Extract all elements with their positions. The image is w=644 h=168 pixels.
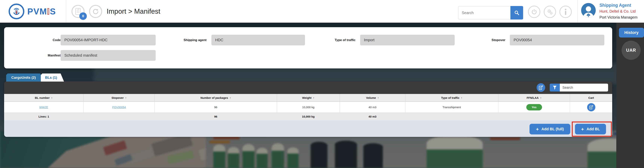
background-peninsula	[48, 132, 314, 168]
info-icon	[564, 9, 567, 15]
sort-arrow-icon: ↑	[230, 96, 231, 99]
anchor-wifi-icon	[12, 7, 21, 16]
documents-count-badge: 0	[79, 12, 87, 20]
sort-arrow-icon: ↑	[313, 96, 314, 99]
type-of-traffic-label: Type of traffic	[320, 35, 356, 45]
table-header-row: BL number↑ Stopover↑ Number of packages↑…	[4, 94, 612, 102]
add-bl-button[interactable]: + Add BL	[575, 124, 606, 134]
bls-table: BL number↑ Stopover↑ Number of packages↑…	[4, 94, 612, 120]
history-button[interactable]: History	[619, 28, 644, 38]
add-bl-full-button[interactable]: + Add BL (full)	[530, 124, 570, 134]
total-volume: 40 m3	[340, 113, 405, 120]
filter-button[interactable]	[550, 84, 560, 91]
table-search-input[interactable]	[560, 84, 608, 91]
col-bl-number[interactable]: BL number↑	[4, 94, 84, 102]
app-header: PVMIS 0 Import > Manifest	[0, 0, 644, 23]
shipping-agent-field[interactable]	[212, 35, 305, 45]
col-number-of-packages[interactable]: Number of packages↑	[154, 94, 277, 102]
user-info[interactable]: Shipping Agent Hunt, Deltel & Co. Ltd Po…	[600, 2, 644, 21]
refresh-icon	[92, 8, 99, 15]
lines-count: Lines: 1	[4, 113, 84, 120]
sort-arrow-icon: ↑	[378, 96, 379, 99]
code-label: Code	[26, 35, 60, 45]
bls-table-card: BL number↑ Stopover↑ Number of packages↑…	[4, 81, 612, 137]
power-icon	[531, 9, 537, 15]
user-role: Shipping Agent	[600, 2, 644, 8]
header-divider-1	[66, 0, 66, 23]
ffn-laa-badge: Yes	[526, 104, 542, 110]
shipping-agent-label: Shipping agent	[172, 35, 206, 45]
page-title: Import > Manifest	[107, 0, 160, 23]
global-search-button[interactable]	[510, 6, 523, 20]
document-plus-icon	[539, 85, 543, 90]
packages-cell: 96	[154, 102, 277, 113]
total-packages: 96	[154, 113, 277, 120]
stopover-field[interactable]	[510, 35, 604, 45]
refresh-button[interactable]	[89, 5, 102, 18]
pvmis-logo[interactable]	[8, 4, 24, 19]
table-actions-bar	[4, 120, 612, 137]
table-footer-row: Lines: 1 96 10,000 kg 40 m3	[4, 113, 612, 120]
weight-cell: 10,000 kg	[277, 102, 340, 113]
user-organization: Port Victoria Managem	[600, 14, 644, 20]
table-toolbar	[4, 81, 612, 94]
manifest-field[interactable]	[60, 50, 156, 61]
uar-avatar-button[interactable]: UAR	[622, 41, 641, 60]
add-to-cart-button[interactable]	[587, 103, 595, 111]
plus-icon: +	[536, 127, 539, 131]
global-search	[458, 6, 523, 20]
logo-wordmark: PVMIS	[27, 6, 56, 17]
screen: PVMIS 0 Import > Manifest	[0, 0, 644, 168]
col-cart: Cart	[570, 94, 612, 102]
stopover-label: Stopover	[470, 35, 505, 45]
col-ffn-laa[interactable]: FFN/LAA↑	[498, 94, 570, 102]
sort-arrow-icon: ↑	[125, 96, 127, 99]
sort-arrow-icon: ↑	[540, 96, 542, 99]
tab-bls[interactable]: BLs (1)	[41, 74, 64, 82]
header-divider-2	[578, 0, 578, 23]
tab-cargounits[interactable]: CargoUnits (2)	[6, 74, 44, 82]
col-type-of-traffic[interactable]: Type of traffic↑	[405, 94, 498, 102]
total-weight: 10,000 kg	[277, 113, 340, 120]
table-row: WWZE POV00054 96 10,000 kg 40 m3 Transsh…	[4, 102, 612, 113]
table-filter-search	[550, 84, 608, 91]
code-field[interactable]	[60, 35, 156, 45]
document-plus-icon	[589, 105, 593, 109]
bl-number-link[interactable]: WWZE	[39, 106, 48, 109]
sort-arrow-icon: ↑	[461, 96, 462, 99]
manifest-form-card: Code Shipping agent Type of traffic Stop…	[4, 27, 612, 68]
businessman-icon	[581, 4, 596, 18]
type-of-traffic-field[interactable]	[360, 35, 455, 45]
sort-arrow-icon: ↑	[51, 96, 52, 99]
search-icon	[514, 10, 520, 15]
logout-button[interactable]	[528, 6, 540, 18]
col-stopover[interactable]: Stopover↑	[84, 94, 154, 102]
plus-icon: +	[581, 127, 584, 131]
stopover-link[interactable]: POV00054	[112, 106, 126, 109]
col-weight[interactable]: Weight↑	[277, 94, 340, 102]
manifest-label: Manifest	[26, 50, 60, 61]
volume-cell: 40 m3	[340, 102, 405, 113]
filter-funnel-icon	[552, 85, 557, 90]
traffic-cell: Transshipment	[405, 102, 498, 113]
user-avatar[interactable]	[581, 3, 596, 18]
info-button[interactable]	[560, 6, 572, 18]
col-volume[interactable]: Volume↑	[340, 94, 405, 102]
global-search-input[interactable]	[458, 6, 510, 20]
gears-icon	[547, 9, 553, 15]
user-company: Hunt, Deltel & Co. Ltd	[600, 8, 644, 14]
settings-button[interactable]	[544, 6, 556, 18]
export-button[interactable]	[536, 83, 545, 92]
